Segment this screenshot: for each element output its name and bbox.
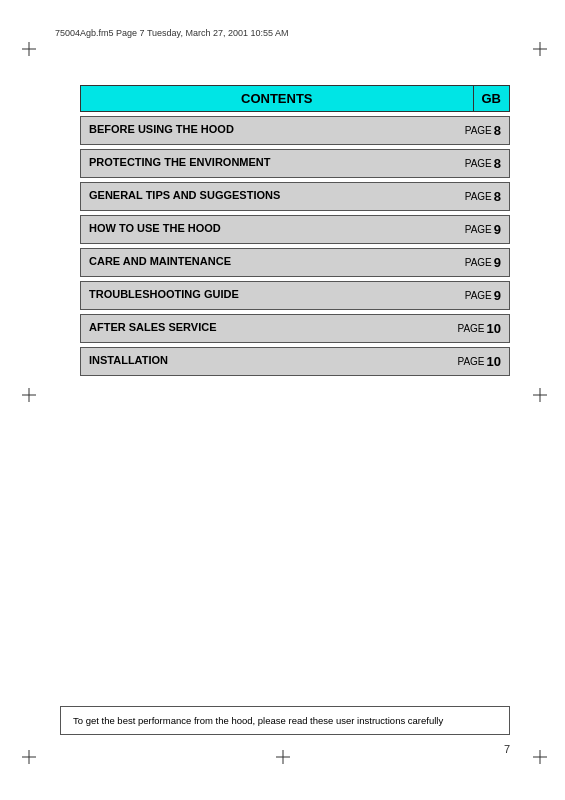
bottom-note: To get the best performance from the hoo… [60, 706, 510, 735]
toc-page-word-7: PAGE [457, 323, 484, 334]
toc-page-word-5: PAGE [465, 257, 492, 268]
toc-page-word-3: PAGE [465, 191, 492, 202]
contents-gb: GB [473, 85, 511, 112]
toc-page-num-4: 9 [494, 222, 501, 237]
toc-label-8: INSTALLATION [81, 348, 449, 375]
toc-label-4: HOW TO USE THE HOOD [81, 216, 457, 243]
toc-page-word-4: PAGE [465, 224, 492, 235]
toc-label-3: GENERAL TIPS AND SUGGESTIONS [81, 183, 457, 210]
toc-label-1: BEFORE USING THE HOOD [81, 117, 457, 144]
toc-label-7: AFTER SALES SERVICE [81, 315, 449, 342]
page-container: 75004Agb.fm5 Page 7 Tuesday, March 27, 2… [0, 0, 565, 800]
toc-label-5: CARE AND MAINTENANCE [81, 249, 457, 276]
toc-label-6: TROUBLESHOOTING GUIDE [81, 282, 457, 309]
toc-row-6: TROUBLESHOOTING GUIDE PAGE 9 [80, 281, 510, 310]
crosshair-mid-left [22, 388, 36, 402]
toc-row-1: BEFORE USING THE HOOD PAGE 8 [80, 116, 510, 145]
page-number: 7 [504, 743, 510, 755]
crosshair-top-right [533, 42, 547, 56]
toc-page-num-3: 8 [494, 189, 501, 204]
toc-page-6: PAGE 9 [457, 282, 509, 309]
toc-page-num-7: 10 [487, 321, 501, 336]
header-filename: 75004Agb.fm5 Page 7 Tuesday, March 27, 2… [55, 28, 289, 38]
toc-row-3: GENERAL TIPS AND SUGGESTIONS PAGE 8 [80, 182, 510, 211]
toc-page-word-1: PAGE [465, 125, 492, 136]
crosshair-bottom-left [22, 750, 36, 764]
crosshair-bottom-center [276, 750, 290, 764]
toc-page-word-2: PAGE [465, 158, 492, 169]
crosshair-mid-right [533, 388, 547, 402]
toc-page-num-6: 9 [494, 288, 501, 303]
toc-page-2: PAGE 8 [457, 150, 509, 177]
toc-page-5: PAGE 9 [457, 249, 509, 276]
toc-row-8: INSTALLATION PAGE 10 [80, 347, 510, 376]
toc-label-2: PROTECTING THE ENVIRONMENT [81, 150, 457, 177]
contents-header: CONTENTS GB [80, 85, 510, 112]
crosshair-top-left [22, 42, 36, 56]
toc-row-5: CARE AND MAINTENANCE PAGE 9 [80, 248, 510, 277]
toc-page-8: PAGE 10 [449, 348, 509, 375]
toc-page-num-8: 10 [487, 354, 501, 369]
toc-page-num-5: 9 [494, 255, 501, 270]
toc-page-7: PAGE 10 [449, 315, 509, 342]
toc-page-1: PAGE 8 [457, 117, 509, 144]
contents-title: CONTENTS [80, 85, 473, 112]
toc-page-3: PAGE 8 [457, 183, 509, 210]
toc-page-word-6: PAGE [465, 290, 492, 301]
toc-row-2: PROTECTING THE ENVIRONMENT PAGE 8 [80, 149, 510, 178]
main-content: CONTENTS GB BEFORE USING THE HOOD PAGE 8… [80, 85, 510, 380]
toc-page-word-8: PAGE [457, 356, 484, 367]
toc-page-num-2: 8 [494, 156, 501, 171]
toc-row-7: AFTER SALES SERVICE PAGE 10 [80, 314, 510, 343]
crosshair-bottom-right [533, 750, 547, 764]
toc-row-4: HOW TO USE THE HOOD PAGE 9 [80, 215, 510, 244]
toc-page-num-1: 8 [494, 123, 501, 138]
header-bar: 75004Agb.fm5 Page 7 Tuesday, March 27, 2… [55, 28, 535, 38]
toc-page-4: PAGE 9 [457, 216, 509, 243]
